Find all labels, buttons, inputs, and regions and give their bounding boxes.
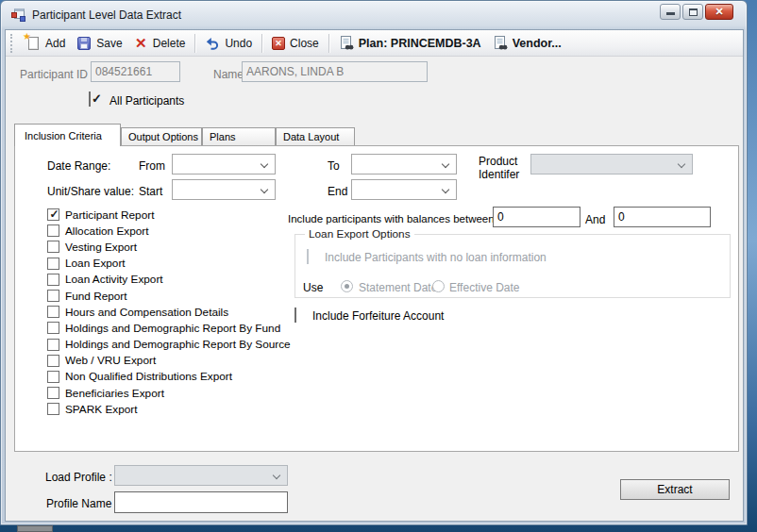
toolbar-separator [328, 34, 329, 53]
new-document-icon: ★ [25, 36, 41, 51]
include-no-loan-checkbox: ✓ [307, 249, 309, 264]
report-checkbox-label: Fund Report [65, 290, 127, 303]
save-button[interactable]: Save [71, 34, 127, 53]
tab-output-options[interactable]: Output Options [121, 127, 202, 145]
report-checkbox-label: Beneficiaries Export [65, 387, 164, 400]
report-checkbox-row[interactable]: ✓ Holdings and Demographic Report By Sou… [47, 337, 291, 353]
report-checkbox: ✓ [47, 241, 59, 253]
toolbar-close-label: Close [290, 37, 319, 50]
toolbar-close-button[interactable]: ✕ Close [266, 35, 325, 52]
delete-button[interactable]: ✕ Delete [128, 34, 192, 53]
maximize-button[interactable] [682, 4, 703, 20]
title-bar[interactable]: Participant Level Data Extract ✕ [1, 1, 747, 29]
check-icon: ✓ [90, 91, 104, 106]
date-from-combo[interactable] [172, 154, 276, 175]
date-range-label: Date Range: [47, 159, 110, 173]
report-checkbox-row[interactable]: ✓ Allocation Export [47, 223, 291, 239]
start-label: Start [139, 185, 162, 198]
report-checkbox-label: Hours and Compensation Details [65, 306, 228, 319]
report-checkbox-label: Loan Activity Export [65, 273, 163, 286]
report-checkbox-row[interactable]: ✓ SPARK Export [47, 401, 291, 417]
taskbar-fragment [17, 525, 53, 532]
plan-button[interactable]: Plan: PRINCEMDB-3A [333, 34, 487, 53]
report-checkbox-row[interactable]: ✓ Participant Report [47, 207, 291, 223]
from-label: From [139, 159, 165, 173]
report-checkbox-label: Non Qualified Distributions Export [65, 370, 232, 383]
report-checkbox-row[interactable]: ✓ Fund Report [47, 288, 291, 304]
undo-button[interactable]: Undo [199, 34, 258, 53]
load-profile-label: Load Profile : [45, 471, 112, 484]
balance-from-field[interactable] [493, 207, 580, 227]
minimize-button[interactable] [660, 4, 681, 20]
chevron-down-icon [273, 472, 280, 479]
product-identifier-combo [530, 154, 693, 175]
participant-extract-window: Participant Level Data Extract ✕ ★ Add [0, 0, 748, 525]
report-checkbox: ✓ [47, 224, 59, 237]
profile-name-label: Profile Name [46, 497, 111, 510]
form-icon-red [11, 12, 17, 18]
add-button[interactable]: ★ Add [20, 34, 71, 53]
balance-to-field[interactable] [614, 207, 711, 227]
close-button[interactable]: ✕ [705, 4, 733, 20]
vendor-button[interactable]: Vendor... [487, 34, 567, 53]
unit-share-label: Unit/Share value: [47, 185, 134, 198]
report-checkbox-row[interactable]: ✓ Holdings and Demographic Report By Fun… [47, 320, 291, 336]
tab-inclusion-criteria[interactable]: Inclusion Criteria [14, 124, 121, 146]
chevron-down-icon [261, 186, 268, 193]
use-label: Use [303, 281, 323, 294]
window-client-area: ★ Add Save ✕ Delete [5, 29, 744, 522]
include-forfeiture-checkbox[interactable]: ✓ [294, 308, 296, 323]
delete-x-icon: ✕ [134, 36, 148, 51]
unit-start-combo[interactable] [172, 179, 276, 200]
toolbar-gripper[interactable] [10, 34, 13, 53]
product-identifier-label: Product Identifer [479, 155, 537, 181]
report-checkbox-label: Vesting Export [65, 241, 137, 254]
all-participants-checkbox[interactable]: ✓ [89, 91, 91, 107]
tab-plans[interactable]: Plans [202, 127, 276, 145]
to-label: To [328, 159, 340, 173]
report-checkbox-row[interactable]: ✓ Beneficiaries Export [47, 385, 291, 401]
report-checkbox: ✓ [47, 208, 59, 221]
participant-id-label: Participant ID [20, 68, 88, 81]
report-checkbox-row[interactable]: ✓ Non Qualified Distributions Export [47, 369, 291, 385]
report-checkbox-label: Holdings and Demographic Report By Fund [65, 322, 280, 335]
report-checkbox: ✓ [47, 322, 59, 334]
window-title: Participant Level Data Extract [32, 8, 181, 22]
date-to-combo[interactable] [351, 154, 457, 175]
effective-date-label: Effective Date [449, 281, 519, 294]
chevron-down-icon [442, 186, 449, 193]
report-checkbox-label: Holdings and Demographic Report By Sourc… [65, 338, 291, 351]
form-icon [11, 8, 26, 22]
undo-arrow-icon [205, 36, 220, 51]
report-checkbox: ✓ [47, 371, 59, 383]
report-checkbox-label: Participant Report [65, 208, 154, 222]
report-checkbox: ✓ [47, 403, 59, 415]
all-participants-label: All Participants [109, 94, 184, 108]
end-label: End [328, 185, 347, 198]
toolbar: ★ Add Save ✕ Delete [6, 30, 743, 57]
effective-date-radio [432, 280, 445, 292]
chevron-down-icon [261, 160, 268, 168]
check-icon: ✓ [48, 208, 60, 221]
undo-label: Undo [225, 37, 252, 50]
report-checkbox-row[interactable]: ✓ Loan Export [47, 256, 291, 272]
minimize-icon [666, 12, 675, 15]
report-checkbox-row[interactable]: ✓ Web / VRU Export [47, 353, 291, 369]
report-checkbox-row[interactable]: ✓ Hours and Compensation Details [47, 304, 291, 320]
report-checkbox-row[interactable]: ✓ Vesting Export [47, 239, 291, 255]
tab-data-layout[interactable]: Data Layout [276, 127, 355, 145]
report-checkbox-row[interactable]: ✓ Loan Activity Export [47, 272, 291, 288]
boxed-close-icon: ✕ [272, 37, 285, 50]
profile-name-field[interactable] [114, 491, 288, 513]
extract-button[interactable]: Extract [620, 479, 730, 500]
report-checkbox: ✓ [47, 258, 59, 270]
vendor-label: Vendor... [513, 37, 562, 50]
form-icon-blue [20, 16, 25, 22]
participant-name-label: Name [213, 68, 244, 81]
unit-end-combo[interactable] [351, 179, 457, 200]
participant-name-field [242, 61, 428, 82]
report-checkbox-label: Web / VRU Export [65, 354, 156, 367]
add-label: Add [45, 37, 65, 50]
participant-id-field [91, 61, 180, 82]
maximize-icon [689, 8, 698, 16]
